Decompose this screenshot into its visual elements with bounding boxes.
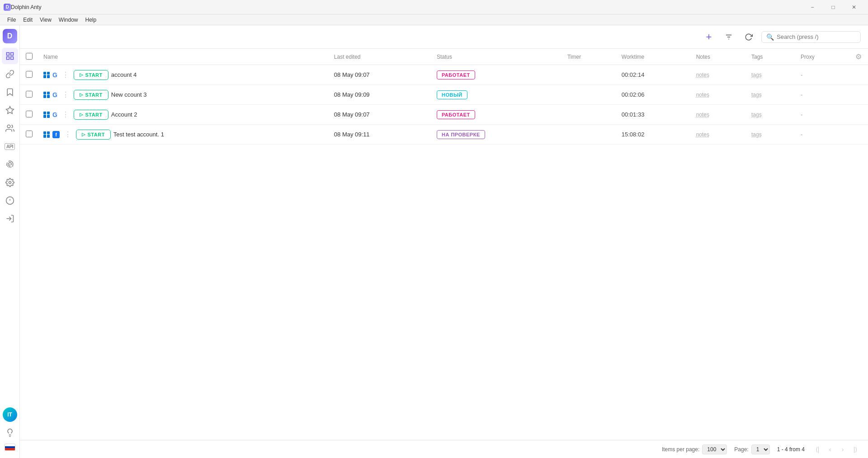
- row-checkbox-1[interactable]: [26, 91, 33, 98]
- header-notes: Notes: [691, 49, 746, 65]
- sidebar-item-extensions[interactable]: [2, 102, 18, 118]
- row-checkbox-cell: [20, 105, 38, 125]
- items-per-page: Items per page: 100 50 25: [662, 444, 727, 454]
- row-checkbox-0[interactable]: [26, 71, 33, 78]
- row-context-menu[interactable]: ⋮: [60, 89, 71, 100]
- row-worktime: 00:01:33: [616, 105, 691, 125]
- row-actions: [850, 85, 868, 105]
- page-select[interactable]: 1: [751, 444, 770, 454]
- start-label: START: [85, 92, 102, 98]
- menu-window[interactable]: Window: [55, 16, 82, 24]
- titlebar: D Dolphin Anty − □ ✕: [0, 0, 868, 14]
- start-label: START: [85, 72, 102, 78]
- menubar: File Edit View Window Help: [0, 14, 868, 25]
- row-timer: [562, 65, 616, 85]
- browser-google-icon: G: [52, 91, 57, 98]
- content-area: + 🔍: [20, 25, 868, 458]
- prev-page-button[interactable]: ‹: [825, 444, 835, 455]
- minimize-button[interactable]: −: [802, 0, 823, 14]
- sidebar-item-export[interactable]: [2, 210, 18, 227]
- menu-file[interactable]: File: [4, 16, 19, 24]
- row-worktime: 00:02:06: [616, 85, 691, 105]
- row-checkbox-cell: [20, 85, 38, 105]
- row-context-menu[interactable]: ⋮: [60, 70, 71, 80]
- table-container: Name Last edited Status Timer Worktime N…: [20, 49, 868, 440]
- notes-link[interactable]: notes: [696, 131, 709, 138]
- row-checkbox-3[interactable]: [26, 131, 33, 137]
- header-name: Name: [38, 49, 329, 65]
- row-worktime: 15:08:02: [616, 125, 691, 145]
- row-name-cell: G ⋮ ▷ START account 4: [38, 65, 329, 85]
- row-actions: [850, 125, 868, 145]
- search-input[interactable]: [777, 33, 856, 40]
- refresh-button[interactable]: [741, 30, 756, 44]
- row-notes-cell: notes: [691, 65, 746, 85]
- maximize-button[interactable]: □: [823, 0, 844, 14]
- header-checkbox-cell: [20, 49, 38, 65]
- row-context-menu[interactable]: ⋮: [62, 129, 73, 140]
- row-last-edited: 08 May 09:07: [329, 105, 431, 125]
- svg-rect-3: [10, 57, 13, 60]
- menu-view[interactable]: View: [36, 16, 55, 24]
- notes-link[interactable]: notes: [696, 112, 709, 118]
- add-profile-button[interactable]: +: [702, 30, 716, 44]
- filter-button[interactable]: [722, 30, 736, 44]
- items-per-page-select[interactable]: 100 50 25: [702, 444, 727, 454]
- row-worktime: 00:02:14: [616, 65, 691, 85]
- sidebar-item-links[interactable]: [2, 66, 18, 82]
- start-arrow-icon: ▷: [80, 92, 84, 97]
- row-checkbox-2[interactable]: [26, 111, 33, 117]
- first-page-button[interactable]: ⟨|: [812, 444, 823, 455]
- table-row: G ⋮ ▷ START New ccount 3 08 May 09:09 НО…: [20, 85, 868, 105]
- start-button-1[interactable]: ▷ START: [74, 90, 108, 100]
- tags-link[interactable]: tags: [751, 92, 762, 98]
- language-flag[interactable]: [5, 444, 15, 451]
- tags-link[interactable]: tags: [751, 112, 762, 118]
- header-last-edited: Last edited: [329, 49, 431, 65]
- svg-rect-0: [6, 53, 9, 56]
- sidebar-logo[interactable]: D: [3, 29, 17, 43]
- tags-link[interactable]: tags: [751, 72, 762, 78]
- sidebar-item-help[interactable]: [2, 425, 18, 441]
- select-all-checkbox[interactable]: [26, 53, 33, 60]
- start-arrow-icon: ▷: [82, 132, 86, 137]
- close-button[interactable]: ✕: [844, 0, 864, 14]
- start-button-2[interactable]: ▷ START: [74, 110, 108, 120]
- start-button-0[interactable]: ▷ START: [74, 70, 108, 80]
- sidebar-item-fingerprint[interactable]: [2, 156, 18, 173]
- row-profile-name: Test test account. 1: [113, 131, 164, 138]
- row-name-cell: f ⋮ ▷ START Test test account. 1: [38, 125, 329, 145]
- user-avatar[interactable]: IT: [3, 407, 17, 422]
- sidebar-item-users[interactable]: [2, 120, 18, 136]
- menu-help[interactable]: Help: [82, 16, 100, 24]
- row-name-cell: G ⋮ ▷ START Account 2: [38, 105, 329, 125]
- row-checkbox-cell: [20, 65, 38, 85]
- last-page-button[interactable]: |⟩: [850, 444, 861, 455]
- row-profile-name: New ccount 3: [111, 91, 147, 98]
- sidebar-item-billing[interactable]: [2, 192, 18, 209]
- row-proxy: -: [795, 65, 850, 85]
- sidebar-item-profiles[interactable]: [2, 48, 18, 64]
- table-row: f ⋮ ▷ START Test test account. 1 08 May …: [20, 125, 868, 145]
- header-proxy: Proxy: [795, 49, 850, 65]
- notes-link[interactable]: notes: [696, 72, 709, 78]
- page-label: Page:: [734, 446, 748, 453]
- tags-link[interactable]: tags: [751, 131, 762, 138]
- row-proxy: -: [795, 105, 850, 125]
- notes-link[interactable]: notes: [696, 92, 709, 98]
- profiles-table: Name Last edited Status Timer Worktime N…: [20, 49, 868, 145]
- os-windows-icon: [43, 112, 50, 118]
- column-settings-icon[interactable]: ⚙: [855, 53, 862, 61]
- table-row: G ⋮ ▷ START Account 2 08 May 09:07 РАБОТ…: [20, 105, 868, 125]
- row-status-cell: НА ПРОВЕРКЕ: [431, 125, 562, 145]
- start-label: START: [88, 132, 105, 137]
- start-button-3[interactable]: ▷ START: [76, 130, 111, 140]
- browser-google-icon: G: [52, 71, 57, 79]
- next-page-button[interactable]: ›: [837, 444, 848, 455]
- sidebar-item-bookmarks[interactable]: [2, 84, 18, 100]
- header-status: Status: [431, 49, 562, 65]
- menu-edit[interactable]: Edit: [19, 16, 36, 24]
- sidebar-item-api[interactable]: API: [2, 138, 18, 154]
- sidebar-item-settings[interactable]: [2, 174, 18, 191]
- row-context-menu[interactable]: ⋮: [60, 109, 71, 120]
